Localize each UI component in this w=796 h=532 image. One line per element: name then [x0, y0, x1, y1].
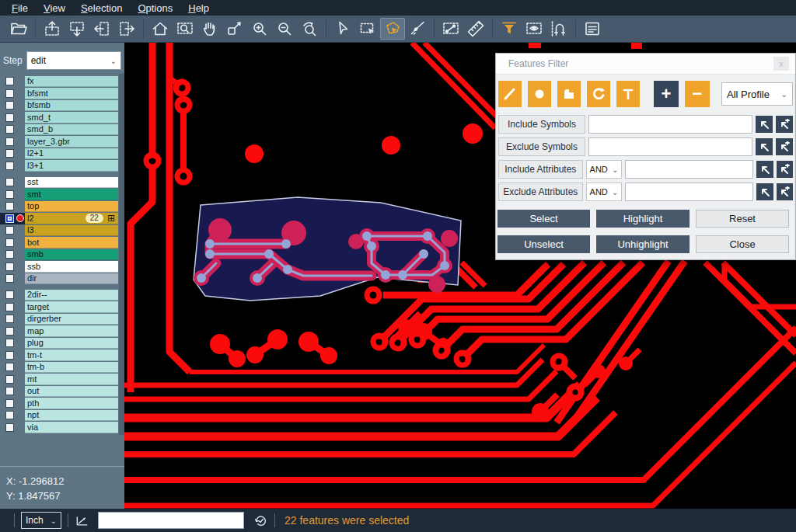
exclude-attributes-and-select[interactable]: AND⌄	[586, 183, 623, 201]
layer-row-map[interactable]: map	[0, 325, 124, 338]
layer-checkbox[interactable]	[5, 339, 14, 347]
negative-mode-button[interactable]: −	[685, 81, 710, 107]
layer-row-dirgerber[interactable]: dirgerber	[0, 313, 124, 325]
sync-icon[interactable]	[253, 513, 268, 528]
layer-checkbox-checked[interactable]	[5, 214, 14, 223]
layer-row-npt[interactable]: npt	[0, 409, 124, 422]
layer-checkbox[interactable]	[5, 274, 14, 283]
layer-row-dir[interactable]: dir	[0, 273, 124, 285]
close-button[interactable]: Close	[696, 235, 789, 253]
zoom-in-button[interactable]	[247, 18, 272, 40]
layer-row-smd_t[interactable]: smd_t	[0, 112, 124, 124]
dialog-title-bar[interactable]: Features Filter x	[496, 54, 795, 75]
sidebar-scrollbar[interactable]	[119, 74, 124, 435]
layer-row-sst[interactable]: sst	[0, 176, 124, 189]
layer-row-bfsmb[interactable]: bfsmb	[0, 99, 124, 112]
layer-checkbox[interactable]	[5, 89, 14, 98]
grid-icon[interactable]: ⊞	[107, 214, 115, 223]
select-button[interactable]: Select	[498, 210, 590, 228]
angle-mode-icon[interactable]	[75, 513, 90, 528]
close-icon[interactable]: x	[773, 57, 789, 71]
layer-checkbox[interactable]	[5, 226, 14, 235]
measure-distance-button[interactable]	[438, 18, 463, 40]
layer-row-tm-b[interactable]: tm-b	[0, 361, 124, 374]
layer-row-l2-active[interactable]: l2 22 ⊞	[0, 213, 124, 225]
highlight-button[interactable]: Highlight	[596, 210, 690, 228]
shift-view-left-button[interactable]	[89, 18, 114, 40]
shift-view-down-button[interactable]	[65, 18, 89, 40]
filter-line-button[interactable]	[498, 81, 522, 107]
zoom-out-button[interactable]	[272, 18, 297, 40]
layer-row-bot[interactable]: bot	[0, 237, 124, 249]
layers-form-button[interactable]	[580, 18, 605, 40]
layer-checkbox[interactable]	[5, 190, 14, 199]
pan-hand-button[interactable]	[197, 18, 222, 40]
units-select[interactable]: Inch ⌄	[21, 512, 61, 529]
layer-row-out[interactable]: out	[0, 385, 124, 398]
layer-checkbox[interactable]	[5, 351, 14, 360]
menu-item-file[interactable]: File	[5, 2, 35, 14]
filter-pad-button[interactable]	[528, 81, 551, 107]
layer-row-l3[interactable]: l3	[0, 224, 124, 237]
include-symbols-button[interactable]: Include Symbols	[498, 115, 585, 134]
layer-row-fx[interactable]: fx	[0, 75, 124, 88]
step-select[interactable]: edit ⌄	[26, 51, 121, 70]
menu-item-view[interactable]: View	[37, 2, 72, 14]
exclude-attributes-button[interactable]: Exclude Attributes	[498, 183, 583, 201]
positive-mode-button[interactable]: +	[654, 81, 679, 107]
layer-row-tm-t[interactable]: tm-t	[0, 349, 124, 362]
layer-row-l3plus1[interactable]: l3+1	[0, 160, 124, 172]
layer-row-via[interactable]: via	[0, 422, 124, 434]
layer-row-top[interactable]: top	[0, 200, 124, 213]
layer-row-pth[interactable]: pth	[0, 398, 124, 410]
zoom-area-button[interactable]	[173, 18, 197, 40]
unselect-button[interactable]: Unselect	[498, 235, 590, 253]
include-attributes-and-select[interactable]: AND⌄	[586, 160, 623, 179]
layer-checkbox[interactable]	[5, 263, 14, 271]
layer-checkbox[interactable]	[5, 411, 14, 419]
layer-row-smb[interactable]: smb	[0, 249, 124, 261]
layer-checkbox[interactable]	[5, 77, 14, 85]
pick-symbol-add-button[interactable]	[776, 138, 793, 155]
layer-checkbox[interactable]	[5, 149, 14, 158]
layer-checkbox[interactable]	[5, 315, 14, 323]
select-polygon-button[interactable]	[380, 18, 405, 40]
clear-highlight-button[interactable]	[405, 18, 430, 40]
zoom-selection-button[interactable]	[222, 18, 247, 40]
layer-row-layer_3gbr[interactable]: layer_3.gbr	[0, 136, 124, 148]
pick-symbol-add-button[interactable]	[776, 116, 793, 133]
shift-view-right-button[interactable]	[114, 18, 139, 40]
shift-view-up-button[interactable]	[40, 18, 65, 40]
layer-row-l2plus1[interactable]: l2+1	[0, 148, 124, 160]
include-attributes-input[interactable]	[625, 160, 753, 179]
layer-checkbox[interactable]	[5, 178, 14, 186]
display-options-button[interactable]	[522, 18, 546, 40]
filter-arc-button[interactable]	[587, 81, 610, 107]
layer-row-ssb[interactable]: ssb	[0, 261, 124, 273]
home-view-button[interactable]	[148, 18, 173, 40]
pick-attribute-add-button[interactable]	[777, 183, 793, 200]
menu-item-help[interactable]: Help	[181, 2, 216, 14]
layer-checkbox[interactable]	[5, 250, 14, 259]
layer-checkbox[interactable]	[5, 290, 14, 299]
pick-attribute-add-button[interactable]	[777, 161, 793, 178]
exclude-symbols-button[interactable]: Exclude Symbols	[498, 137, 585, 156]
menu-item-options[interactable]: Options	[131, 2, 180, 14]
include-symbols-input[interactable]	[588, 115, 752, 134]
pick-symbol-button[interactable]	[756, 138, 773, 155]
reset-button[interactable]: Reset	[696, 210, 789, 228]
layer-checkbox[interactable]	[5, 125, 14, 134]
filter-text-button[interactable]	[616, 81, 640, 107]
menu-item-selection[interactable]: Selection	[74, 2, 129, 14]
select-rectangle-button[interactable]	[355, 18, 380, 40]
unhighlight-button[interactable]: Unhighlight	[596, 235, 690, 253]
exclude-symbols-input[interactable]	[588, 137, 752, 156]
layer-row-plug[interactable]: plug	[0, 337, 124, 349]
pick-attribute-button[interactable]	[756, 161, 773, 178]
snap-button[interactable]	[546, 18, 571, 40]
include-attributes-button[interactable]: Include Attributes	[498, 160, 583, 179]
layer-row-smd_b[interactable]: smd_b	[0, 123, 124, 136]
pick-symbol-button[interactable]	[756, 116, 773, 133]
features-filter-button[interactable]	[497, 18, 522, 40]
layer-row-mt[interactable]: mt	[0, 374, 124, 386]
